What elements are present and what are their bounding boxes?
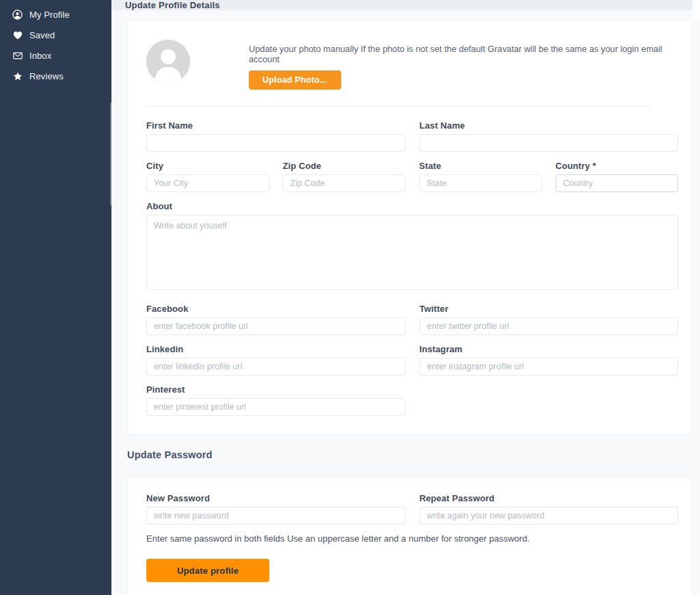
avatar-row: Update your photo manually If the photo … (146, 40, 678, 90)
photo-help-block: Update your photo manually If the photo … (249, 40, 678, 90)
pinterest-label: Pinterest (146, 384, 405, 395)
field-instagram: Instagram (420, 344, 679, 375)
field-last-name: Last Name (420, 120, 679, 152)
first-name-input[interactable] (146, 134, 405, 152)
heart-icon (12, 30, 23, 40)
password-row: New Password Repeat Password (146, 493, 678, 525)
main-area: Update Profile Details Update your photo… (111, 0, 700, 595)
country-input[interactable] (556, 174, 679, 192)
city-input[interactable] (146, 174, 269, 192)
about-label: About (146, 201, 678, 211)
pinterest-input[interactable] (146, 398, 405, 416)
linkedin-label: Linkedin (146, 344, 405, 354)
page-header: Update Profile Details (111, 0, 700, 10)
field-linkedin: Linkedin (146, 344, 405, 375)
sidebar-item-inbox[interactable]: Inbox (0, 45, 111, 66)
field-facebook: Facebook (146, 304, 405, 335)
sidebar-item-saved[interactable]: Saved (0, 25, 111, 45)
sidebar-item-label: Reviews (29, 71, 64, 81)
field-new-password: New Password (146, 493, 405, 525)
field-first-name: First Name (146, 120, 405, 152)
sidebar-item-reviews[interactable]: Reviews (0, 66, 111, 86)
content: Update your photo manually If the photo … (111, 10, 700, 595)
divider (146, 106, 651, 107)
twitter-input[interactable] (420, 317, 679, 335)
state-input[interactable] (419, 174, 542, 192)
field-about: About (146, 201, 678, 293)
field-city: City (146, 161, 269, 192)
upload-photo-button[interactable]: Upload Photo... (249, 70, 341, 90)
sidebar-item-label: Inbox (29, 51, 51, 61)
twitter-label: Twitter (420, 304, 679, 314)
new-password-label: New Password (146, 493, 405, 503)
new-password-input[interactable] (146, 507, 405, 525)
instagram-label: Instagram (420, 344, 679, 354)
sidebar-item-my-profile[interactable]: My Profile (0, 4, 111, 25)
update-password-heading: Update Password (127, 449, 692, 460)
facebook-input[interactable] (146, 317, 405, 335)
sidebar: My Profile Saved Inbox Reviews (0, 0, 111, 595)
social-row-3: Pinterest (146, 384, 678, 416)
profile-details-card: Update your photo manually If the photo … (127, 20, 692, 435)
field-state: State (419, 161, 542, 192)
about-textarea[interactable] (146, 215, 678, 290)
person-circle-icon (12, 10, 23, 20)
field-country: Country * (556, 161, 679, 192)
photo-help-text: Update your photo manually If the photo … (249, 44, 678, 64)
star-icon (12, 71, 23, 81)
first-name-label: First Name (146, 120, 405, 131)
city-label: City (146, 161, 269, 171)
sidebar-item-label: My Profile (29, 10, 70, 20)
social-row-2: Linkedin Instagram (146, 344, 678, 375)
field-repeat-password: Repeat Password (420, 493, 679, 525)
location-row: City Zip Code State Country * (146, 161, 678, 192)
field-twitter: Twitter (420, 304, 679, 335)
linkedin-input[interactable] (146, 358, 405, 375)
zip-code-input[interactable] (283, 174, 406, 192)
instagram-input[interactable] (420, 358, 679, 375)
name-row: First Name Last Name (146, 120, 678, 152)
envelope-icon (12, 51, 23, 61)
zip-code-label: Zip Code (283, 161, 406, 171)
update-password-card: New Password Repeat Password Enter same … (127, 477, 692, 595)
facebook-label: Facebook (146, 304, 405, 314)
repeat-password-input[interactable] (420, 507, 679, 525)
field-pinterest: Pinterest (146, 384, 405, 416)
state-label: State (419, 161, 542, 171)
password-helper-text: Enter same password in both fields Use a… (146, 533, 678, 544)
country-label: Country * (556, 161, 679, 171)
page-title: Update Profile Details (125, 0, 220, 10)
social-row-1: Facebook Twitter (146, 304, 678, 335)
update-profile-button[interactable]: Update profile (146, 559, 269, 582)
last-name-label: Last Name (420, 120, 679, 131)
avatar (146, 40, 190, 83)
scrollbar-track[interactable] (692, 0, 700, 19)
repeat-password-label: Repeat Password (420, 493, 679, 503)
sidebar-item-label: Saved (29, 30, 55, 40)
last-name-input[interactable] (420, 134, 679, 152)
field-zip-code: Zip Code (283, 161, 406, 192)
